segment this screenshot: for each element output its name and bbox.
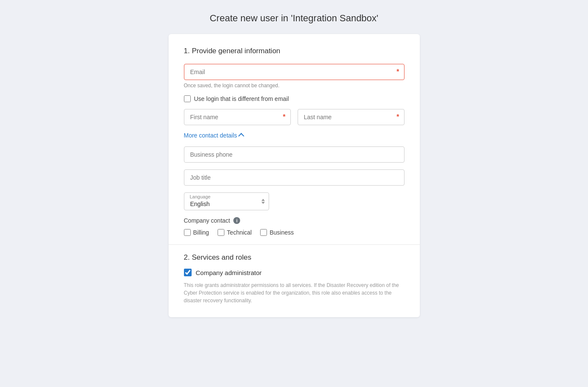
email-required-star: * <box>396 68 399 76</box>
business-phone-wrapper <box>184 146 404 163</box>
info-icon[interactable]: i <box>233 217 240 224</box>
company-admin-row: Company administrator <box>184 269 404 276</box>
email-hint: Once saved, the login cannot be changed. <box>184 83 404 89</box>
technical-checkbox[interactable] <box>218 229 224 236</box>
company-contact-label: Company contact <box>184 217 230 224</box>
first-name-wrapper: * <box>184 109 291 125</box>
language-select[interactable]: English French German Spanish <box>184 192 269 210</box>
billing-label[interactable]: Billing <box>193 229 209 236</box>
business-phone-group <box>184 146 404 163</box>
email-group: * Once saved, the login cannot be change… <box>184 64 404 89</box>
business-checkbox[interactable] <box>260 229 267 236</box>
use-login-label[interactable]: Use login that is different from email <box>194 95 289 102</box>
more-contact-toggle[interactable]: More contact details <box>184 132 244 139</box>
business-checkbox-item: Business <box>260 229 294 236</box>
last-name-required-star: * <box>396 113 399 121</box>
job-title-wrapper <box>184 169 404 186</box>
section1-title: 1. Provide general information <box>184 47 404 55</box>
section-divider <box>169 244 420 245</box>
name-row: * * <box>184 109 404 125</box>
business-phone-input[interactable] <box>184 146 404 163</box>
more-contact-label: More contact details <box>184 132 237 139</box>
contact-checkboxes: Billing Technical Business <box>184 229 404 236</box>
page-title: Create new user in 'Integration Sandbox' <box>209 13 378 24</box>
billing-checkbox-item: Billing <box>184 229 209 236</box>
section2-title: 2. Services and roles <box>184 253 404 262</box>
email-input-wrapper: * <box>184 64 404 80</box>
business-label[interactable]: Business <box>270 229 294 236</box>
company-admin-checkbox[interactable] <box>184 269 192 276</box>
technical-label[interactable]: Technical <box>227 229 252 236</box>
job-title-group <box>184 169 404 186</box>
company-admin-label[interactable]: Company administrator <box>196 269 262 276</box>
technical-checkbox-item: Technical <box>218 229 252 236</box>
last-name-input[interactable] <box>298 109 404 125</box>
company-admin-description: This role grants administrator permissio… <box>184 281 404 304</box>
use-login-row: Use login that is different from email <box>184 95 404 102</box>
last-name-wrapper: * <box>298 109 404 125</box>
billing-checkbox[interactable] <box>184 229 191 236</box>
job-title-input[interactable] <box>184 169 404 186</box>
language-group: Language English French German Spanish <box>184 192 404 210</box>
language-select-wrapper: Language English French German Spanish <box>184 192 269 210</box>
email-input[interactable] <box>184 64 404 80</box>
chevron-up-icon <box>238 133 244 139</box>
first-name-required-star: * <box>283 113 285 121</box>
form-container: 1. Provide general information * Once sa… <box>169 34 420 317</box>
company-contact-row: Company contact i <box>184 217 404 224</box>
first-name-input[interactable] <box>184 109 291 125</box>
use-login-checkbox[interactable] <box>184 95 191 102</box>
